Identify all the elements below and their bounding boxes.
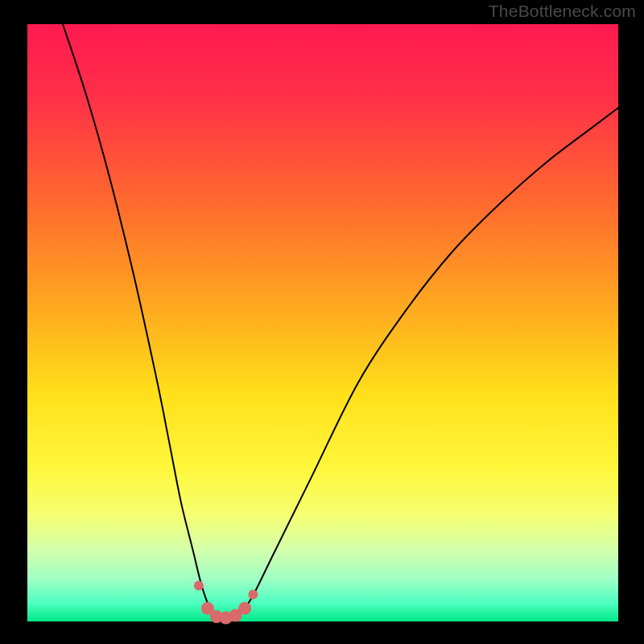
curve-marker bbox=[194, 581, 204, 591]
chart-frame: TheBottleneck.com bbox=[0, 0, 644, 644]
plot-background bbox=[27, 24, 618, 621]
curve-marker bbox=[248, 590, 258, 600]
bottleneck-plot bbox=[0, 0, 644, 644]
curve-marker bbox=[238, 602, 251, 615]
